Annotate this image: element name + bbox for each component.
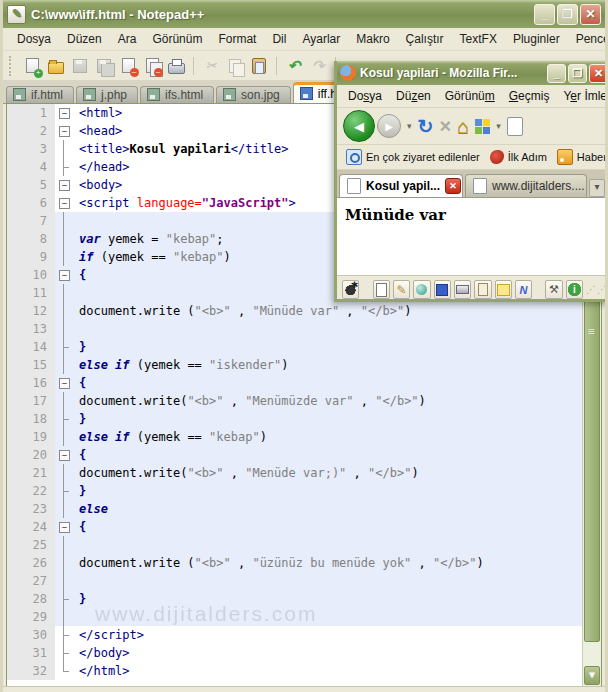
firefox-menu-dosya[interactable]: Dosya xyxy=(341,87,389,105)
npp-titlebar[interactable]: ✎ C:\www\iff.html - Notepad++ _ ❐ ✕ xyxy=(3,0,605,28)
fold-margin[interactable] xyxy=(55,626,75,644)
firefox-minimize-button[interactable]: _ xyxy=(547,64,566,83)
npp-menu-pluginler[interactable]: Pluginler xyxy=(505,30,568,48)
fold-margin[interactable] xyxy=(55,410,75,428)
npp-menu-textfx[interactable]: TextFX xyxy=(452,30,505,48)
npp-menu-çalıştır[interactable]: Çalıştır xyxy=(398,30,452,48)
fold-margin[interactable] xyxy=(55,338,75,356)
npp-tab-son.jpg[interactable]: son.jpg xyxy=(216,86,291,103)
fold-collapse-icon[interactable]: − xyxy=(59,450,70,461)
tab-close-icon[interactable]: ✕ xyxy=(445,178,461,194)
npp-minimize-button[interactable]: _ xyxy=(534,4,555,25)
clipboard-icon[interactable] xyxy=(474,280,491,299)
npp-menu-düzen[interactable]: Düzen xyxy=(59,30,110,48)
fold-margin[interactable] xyxy=(55,572,75,590)
fold-margin[interactable] xyxy=(55,212,75,230)
npp-menu-ara[interactable]: Ara xyxy=(110,30,145,48)
fold-margin[interactable]: − xyxy=(55,518,75,536)
fold-margin[interactable] xyxy=(55,320,75,338)
bookmark-most-visited[interactable]: En çok ziyaret edilenler xyxy=(343,148,483,166)
fold-margin[interactable]: − xyxy=(55,446,75,464)
fold-collapse-icon[interactable]: − xyxy=(59,270,70,281)
npp-menu-görünüm[interactable]: Görünüm xyxy=(144,30,210,48)
fold-margin[interactable] xyxy=(55,554,75,572)
firefox-maximize-button[interactable]: ❐ xyxy=(568,64,587,83)
open-folder-icon[interactable] xyxy=(45,55,67,77)
fold-margin[interactable]: − xyxy=(55,194,75,212)
close-all-icon[interactable] xyxy=(141,55,163,77)
new-page-icon[interactable] xyxy=(507,117,523,136)
fold-collapse-icon[interactable]: − xyxy=(59,126,70,137)
fold-margin[interactable] xyxy=(55,500,75,518)
fold-margin[interactable] xyxy=(55,644,75,662)
npp-menu-dil[interactable]: Dil xyxy=(264,30,294,48)
undo-icon[interactable] xyxy=(283,55,305,77)
fold-margin[interactable] xyxy=(55,536,75,554)
fold-margin[interactable]: − xyxy=(55,104,75,122)
refresh-button[interactable]: ↻ xyxy=(418,115,434,138)
fold-collapse-icon[interactable]: − xyxy=(59,108,70,119)
fold-margin[interactable] xyxy=(55,302,75,320)
info-icon[interactable] xyxy=(566,280,583,299)
history-dropdown-icon[interactable]: ▾ xyxy=(407,121,412,131)
fold-margin[interactable]: − xyxy=(55,266,75,284)
npp-menu-ayarlar[interactable]: Ayarlar xyxy=(294,30,348,48)
globe-icon[interactable] xyxy=(413,280,430,299)
fold-margin[interactable] xyxy=(55,356,75,374)
firefox-tab[interactable]: www.dijitalders.... xyxy=(465,174,587,197)
npp-close-button[interactable]: ✕ xyxy=(580,4,601,25)
fold-margin[interactable]: − xyxy=(55,374,75,392)
back-button[interactable]: ◀ xyxy=(343,110,375,142)
tools-icon[interactable] xyxy=(545,280,562,299)
home-button[interactable]: ⌂ xyxy=(457,115,469,138)
npp-maximize-button[interactable]: ❐ xyxy=(557,4,578,25)
save-icon[interactable] xyxy=(434,280,451,299)
firefox-titlebar[interactable]: Kosul yapilari - Mozilla Fir... _ ❐ ✕ xyxy=(337,61,608,85)
firefox-close-button[interactable]: ✕ xyxy=(589,64,608,83)
npp-tab-if.html[interactable]: if.html xyxy=(6,86,74,103)
paste-icon[interactable] xyxy=(248,55,270,77)
tab-overflow-icon[interactable]: ▾ xyxy=(589,179,605,197)
fold-margin[interactable]: − xyxy=(55,122,75,140)
npp-menu-format[interactable]: Format xyxy=(210,30,264,48)
npp-tab-j.php[interactable]: j.php xyxy=(76,86,138,103)
fold-margin[interactable] xyxy=(55,482,75,500)
forward-button[interactable]: ▶ xyxy=(377,114,401,138)
toolbar-dropdown-icon[interactable]: ▾ xyxy=(496,121,501,131)
fold-margin[interactable] xyxy=(55,392,75,410)
print-icon[interactable] xyxy=(454,280,471,299)
npp-menu-pencere[interactable]: Pencere xyxy=(568,30,608,48)
quick-dial-icon[interactable] xyxy=(475,119,490,134)
stop-button[interactable]: × xyxy=(439,115,451,138)
fold-collapse-icon[interactable]: − xyxy=(59,378,70,389)
fold-collapse-icon[interactable]: − xyxy=(59,180,70,191)
firefox-menu-görünüm[interactable]: Görünüm xyxy=(438,87,502,105)
fold-margin[interactable] xyxy=(55,464,75,482)
bug-icon[interactable] xyxy=(342,280,359,299)
fold-margin[interactable] xyxy=(55,248,75,266)
fold-collapse-icon[interactable]: − xyxy=(59,522,70,533)
print-icon[interactable] xyxy=(165,55,187,77)
fold-margin[interactable] xyxy=(55,608,75,626)
npp-menu-dosya[interactable]: Dosya xyxy=(9,30,59,48)
fold-margin[interactable]: − xyxy=(55,176,75,194)
fold-margin[interactable] xyxy=(55,230,75,248)
firefox-menu-yer-i̇mleri[interactable]: Yer İmleri xyxy=(556,87,608,105)
npp-menu-makro[interactable]: Makro xyxy=(348,30,397,48)
scrollbar-down-button[interactable]: ▼ xyxy=(584,666,600,685)
npp-tab-ifs.html[interactable]: ifs.html xyxy=(140,86,214,103)
fold-margin[interactable] xyxy=(55,590,75,608)
note-icon[interactable] xyxy=(495,280,512,299)
close-file-icon[interactable] xyxy=(117,55,139,77)
edit-icon[interactable] xyxy=(393,280,410,299)
fold-margin[interactable] xyxy=(55,140,75,158)
new-file-icon[interactable] xyxy=(21,55,43,77)
fold-margin[interactable] xyxy=(55,284,75,302)
firefox-tab[interactable]: Kosul yapil...✕ xyxy=(339,174,463,197)
bookmark-first-steps[interactable]: İlk Adım xyxy=(487,149,550,165)
firefox-page-content[interactable]: Münüde var xyxy=(337,197,608,275)
resize-grip[interactable]: ⋰⋰ xyxy=(586,284,608,295)
fold-margin[interactable] xyxy=(55,662,75,680)
lightning-icon[interactable] xyxy=(515,280,532,299)
fold-margin[interactable] xyxy=(55,158,75,176)
